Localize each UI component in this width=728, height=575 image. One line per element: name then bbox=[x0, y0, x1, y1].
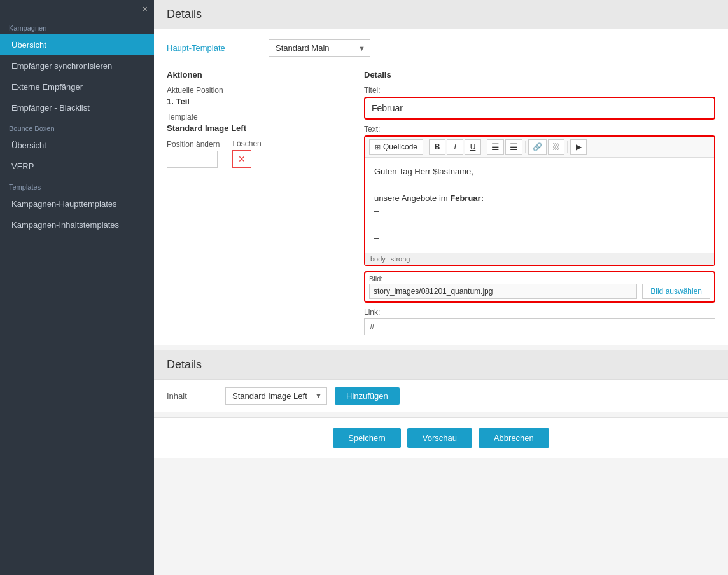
template-value: Standard Image Left bbox=[167, 123, 351, 133]
text-label: Text: bbox=[364, 125, 715, 134]
editor-line-1: Guten Tag Herr $lastname, bbox=[374, 165, 705, 179]
text-editor-wrapper: ⊞ Quellcode B I U ☰ ☰ 🔗 ⛓ bbox=[364, 135, 715, 266]
sidebar-item-bounce-uebersicht[interactable]: Übersicht bbox=[0, 135, 154, 156]
sidebar-section-templates: Templates bbox=[0, 177, 154, 193]
source-icon: ⊞ bbox=[375, 143, 381, 151]
two-col-area: Aktionen Aktuelle Position 1. Teil Templ… bbox=[154, 67, 728, 345]
speichern-button[interactable]: Speichern bbox=[333, 428, 401, 448]
ul-button[interactable]: ☰ bbox=[505, 139, 522, 155]
source-button[interactable]: ⊞ Quellcode bbox=[369, 139, 423, 155]
sidebar-item-empfaenger-blacklist[interactable]: Empfänger - Blacklist bbox=[0, 97, 154, 118]
ol-button[interactable]: ☰ bbox=[487, 139, 504, 155]
toolbar-sep-2 bbox=[484, 141, 484, 153]
section-details-bottom: Details Inhalt Standard Image Left Optio… bbox=[154, 350, 728, 412]
sidebar-item-externe-empfaenger[interactable]: Externe Empfänger bbox=[0, 76, 154, 97]
inhalt-label: Inhalt bbox=[167, 391, 218, 401]
toolbar-sep-4 bbox=[567, 141, 568, 153]
haupt-template-select[interactable]: Standard Main Option 2 bbox=[269, 39, 370, 57]
bild-input[interactable] bbox=[369, 284, 637, 299]
haupt-template-row: Haupt-Template Standard Main Option 2 ▼ bbox=[154, 29, 728, 67]
source-label: Quellcode bbox=[383, 142, 417, 151]
underline-button[interactable]: U bbox=[465, 139, 481, 155]
editor-line-4: – bbox=[374, 205, 705, 218]
haupt-template-select-wrapper: Standard Main Option 2 ▼ bbox=[269, 39, 370, 57]
inhalt-select[interactable]: Standard Image Left Option 2 bbox=[225, 387, 327, 405]
bild-field-wrapper: Bild: Bild auswählen bbox=[364, 271, 715, 303]
sidebar-section-bounce: Bounce Boxen bbox=[0, 118, 154, 135]
italic-button[interactable]: I bbox=[447, 139, 463, 155]
sidebar-item-haupttemplates[interactable]: Kampagnen-Haupttemplates bbox=[0, 193, 154, 214]
bold-button[interactable]: B bbox=[429, 139, 445, 155]
titel-label: Titel: bbox=[364, 86, 715, 95]
loeschen-group: Löschen ✕ bbox=[232, 139, 261, 168]
sidebar-item-inhaltstemplates[interactable]: Kampagnen-Inhaltstemplates bbox=[0, 214, 154, 235]
footer-bar: Speichern Vorschau Abbrechen bbox=[154, 417, 728, 458]
sidebar-item-uebersicht[interactable]: Übersicht bbox=[0, 34, 154, 55]
loeschen-button[interactable]: ✕ bbox=[232, 150, 251, 168]
titel-field-wrapper bbox=[364, 97, 715, 120]
editor-toolbar: ⊞ Quellcode B I U ☰ ☰ 🔗 ⛓ bbox=[365, 137, 714, 158]
editor-line-6: – bbox=[374, 232, 705, 245]
position-aendern-label: Position ändern bbox=[167, 140, 220, 149]
editor-line-5: – bbox=[374, 218, 705, 232]
col-aktionen: Aktionen Aktuelle Position 1. Teil Templ… bbox=[167, 67, 351, 335]
main-content: Details Haupt-Template Standard Main Opt… bbox=[154, 0, 728, 575]
toolbar-sep-1 bbox=[426, 141, 426, 153]
link-label: Link: bbox=[364, 308, 715, 317]
col-details: Details Titel: Text: ⊞ Quellcode B bbox=[364, 67, 715, 335]
haupt-template-label: Haupt-Template bbox=[167, 43, 269, 53]
link-button[interactable]: 🔗 bbox=[528, 139, 547, 155]
aktuelle-position-value: 1. Teil bbox=[167, 97, 351, 106]
bild-auswaehlen-button[interactable]: Bild auswählen bbox=[642, 284, 710, 299]
bild-label: Bild: bbox=[369, 275, 710, 282]
editor-footer-strong: strong bbox=[391, 255, 410, 263]
close-icon[interactable]: × bbox=[0, 0, 154, 18]
sidebar-section-kampagnen: Kampagnen bbox=[0, 18, 154, 34]
editor-content[interactable]: Guten Tag Herr $lastname, unsere Angebot… bbox=[365, 158, 714, 253]
sidebar: × Kampagnen Übersicht Empfänger synchron… bbox=[0, 0, 154, 575]
bild-row: Bild auswählen bbox=[369, 284, 710, 299]
section-header-details-top: Details bbox=[154, 0, 728, 29]
aktuelle-position-label: Aktuelle Position bbox=[167, 86, 351, 95]
unlink-button[interactable]: ⛓ bbox=[548, 139, 564, 155]
position-input[interactable] bbox=[167, 151, 218, 168]
sidebar-item-verp[interactable]: VERP bbox=[0, 156, 154, 177]
aktionen-title: Aktionen bbox=[167, 67, 351, 80]
vorschau-button[interactable]: Vorschau bbox=[407, 428, 472, 448]
editor-footer-body: body bbox=[370, 255, 386, 263]
hinzufuegen-button[interactable]: Hinzufügen bbox=[335, 387, 400, 405]
editor-line-3: unsere Angebote im Februar: bbox=[374, 192, 705, 205]
details-title: Details bbox=[364, 67, 715, 80]
link-input[interactable] bbox=[364, 318, 715, 335]
abbrechen-button[interactable]: Abbrechen bbox=[479, 428, 549, 448]
video-button[interactable]: ▶ bbox=[570, 139, 587, 155]
inhalt-row: Inhalt Standard Image Left Option 2 ▼ Hi… bbox=[154, 380, 728, 412]
section-header-details-bottom: Details bbox=[154, 350, 728, 380]
toolbar-sep-3 bbox=[525, 141, 526, 153]
section-details-top: Details Haupt-Template Standard Main Opt… bbox=[154, 0, 728, 345]
loeschen-label: Löschen bbox=[232, 139, 261, 148]
titel-input[interactable] bbox=[367, 99, 713, 117]
inhalt-select-wrapper: Standard Image Left Option 2 ▼ bbox=[225, 387, 327, 405]
position-aendern-group: Position ändern bbox=[167, 140, 220, 168]
sidebar-item-empfaenger-sync[interactable]: Empfänger synchronisieren bbox=[0, 55, 154, 76]
editor-footer: body strong bbox=[365, 253, 714, 265]
template-label: Template bbox=[167, 113, 351, 121]
